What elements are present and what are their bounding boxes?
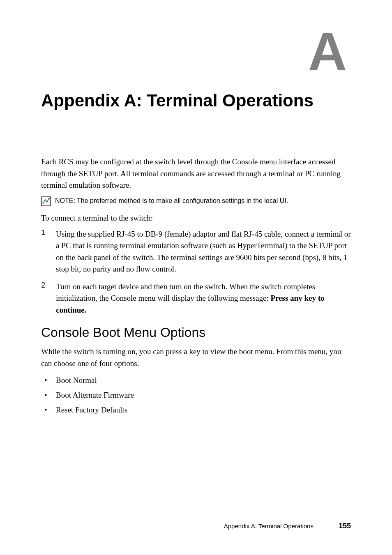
step-item-1: 1 Using the supplied RJ-45 to DB-9 (fema… bbox=[41, 228, 351, 275]
connect-intro: To connect a terminal to the switch: bbox=[41, 214, 351, 223]
list-item: • Boot Alternate Firmware bbox=[41, 391, 351, 400]
step-number: 1 bbox=[41, 228, 56, 275]
bullet-list: • Boot Normal • Boot Alternate Firmware … bbox=[41, 376, 351, 415]
note-icon bbox=[41, 196, 51, 206]
page-number: 155 bbox=[339, 522, 351, 530]
appendix-letter: A bbox=[41, 25, 347, 78]
footer-divider bbox=[326, 522, 326, 530]
note-block: NOTE: The preferred method is to make al… bbox=[41, 196, 351, 206]
bullet-text: Boot Alternate Firmware bbox=[56, 391, 134, 400]
intro-paragraph: Each RCS may be configured at the switch… bbox=[41, 156, 351, 191]
step-number: 2 bbox=[41, 281, 56, 316]
list-item: • Boot Normal bbox=[41, 376, 351, 385]
step-item-2: 2 Turn on each target device and then tu… bbox=[41, 281, 351, 316]
step-content: Using the supplied RJ-45 to DB-9 (female… bbox=[56, 228, 351, 275]
list-item: • Reset Factory Defaults bbox=[41, 405, 351, 415]
section-heading: Console Boot Menu Options bbox=[41, 325, 351, 340]
page-footer: Appendix A: Terminal Operations 155 bbox=[224, 522, 351, 530]
footer-title: Appendix A: Terminal Operations bbox=[224, 523, 314, 530]
bullet-text: Reset Factory Defaults bbox=[56, 405, 127, 415]
note-text: NOTE: The preferred method is to make al… bbox=[55, 196, 288, 205]
main-title: Appendix A: Terminal Operations bbox=[41, 90, 351, 111]
section-paragraph: While the switch is turning on, you can … bbox=[41, 346, 351, 369]
bullet-marker: • bbox=[41, 376, 56, 385]
step-content: Turn on each target device and then turn… bbox=[56, 281, 351, 316]
bullet-text: Boot Normal bbox=[56, 376, 97, 385]
steps-list: 1 Using the supplied RJ-45 to DB-9 (fema… bbox=[41, 228, 351, 316]
bullet-marker: • bbox=[41, 405, 56, 415]
bullet-marker: • bbox=[41, 391, 56, 400]
